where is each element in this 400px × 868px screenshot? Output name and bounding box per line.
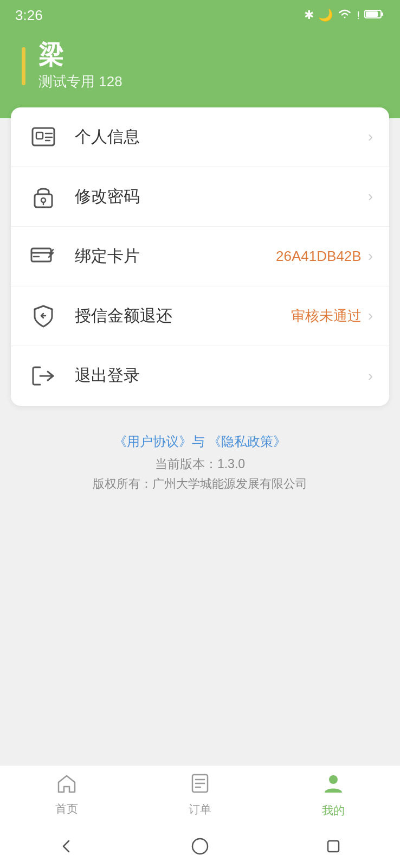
nav-orders-label: 订单 bbox=[189, 802, 211, 817]
menu-item-credit-refund[interactable]: 授信金额退还 审核未通过 › bbox=[11, 286, 389, 346]
svg-point-19 bbox=[329, 775, 338, 784]
menu-label-bind-card: 绑定卡片 bbox=[75, 245, 276, 267]
alert-icon: ! bbox=[357, 9, 360, 22]
id-card-icon bbox=[27, 120, 60, 153]
menu-label-personal-info: 个人信息 bbox=[75, 126, 366, 148]
menu-item-change-password[interactable]: 修改密码 › bbox=[11, 167, 389, 227]
nav-home-label: 首页 bbox=[55, 801, 78, 816]
nav-orders[interactable]: 订单 bbox=[133, 765, 267, 825]
menu-label-credit-refund: 授信金额退还 bbox=[75, 305, 291, 327]
battery-icon bbox=[364, 9, 385, 22]
menu-item-personal-info[interactable]: 个人信息 › bbox=[11, 107, 389, 167]
svg-rect-1 bbox=[381, 12, 383, 16]
svg-rect-2 bbox=[366, 11, 378, 17]
bottom-nav: 首页 订单 我的 bbox=[0, 765, 400, 825]
svg-rect-8 bbox=[35, 194, 52, 207]
bluetooth-icon: ✱ bbox=[304, 8, 314, 22]
arrow-icon-personal-info: › bbox=[368, 128, 373, 145]
arrow-icon-logout: › bbox=[368, 367, 373, 385]
moon-icon: 🌙 bbox=[318, 8, 333, 22]
copyright-text: 版权所有：广州大学城能源发展有限公司 bbox=[11, 476, 389, 492]
status-time: 3:26 bbox=[15, 7, 43, 24]
system-nav-bar bbox=[0, 825, 400, 868]
profile-info: 梁 测试专用 128 bbox=[38, 41, 122, 91]
profile-name: 梁 bbox=[38, 41, 122, 69]
menu-label-change-password: 修改密码 bbox=[75, 186, 366, 208]
orders-icon bbox=[191, 773, 209, 799]
mine-icon bbox=[322, 772, 345, 800]
lock-icon bbox=[27, 180, 60, 213]
menu-value-bind-card: 26A41DB42B bbox=[276, 248, 362, 265]
wifi-icon bbox=[337, 8, 352, 23]
svg-rect-4 bbox=[36, 132, 43, 139]
nav-mine-label: 我的 bbox=[322, 803, 345, 818]
menu-label-logout: 退出登录 bbox=[75, 365, 366, 387]
sys-home-button[interactable] bbox=[190, 837, 210, 856]
status-bar: 3:26 ✱ 🌙 ! bbox=[0, 0, 400, 30]
card-icon bbox=[27, 240, 60, 272]
sys-back-button[interactable] bbox=[57, 837, 76, 856]
menu-value-credit-refund: 审核未通过 bbox=[291, 307, 362, 326]
accent-bar bbox=[22, 47, 25, 85]
logout-icon bbox=[27, 360, 60, 392]
svg-rect-21 bbox=[328, 841, 339, 852]
arrow-icon-bind-card: › bbox=[368, 247, 373, 265]
footer: 《用户协议》与 《隐私政策》 当前版本：1.3.0 版权所有：广州大学城能源发展… bbox=[0, 433, 400, 492]
profile-subtitle: 测试专用 128 bbox=[38, 72, 122, 91]
profile-header: 梁 测试专用 128 bbox=[0, 30, 400, 118]
version-text: 当前版本：1.3.0 bbox=[11, 456, 389, 473]
shield-back-icon bbox=[27, 299, 60, 332]
home-icon bbox=[56, 774, 77, 798]
nav-home[interactable]: 首页 bbox=[0, 765, 133, 825]
status-icons: ✱ 🌙 ! bbox=[304, 8, 385, 23]
arrow-icon-credit-refund: › bbox=[368, 307, 373, 324]
nav-mine[interactable]: 我的 bbox=[267, 765, 400, 825]
menu-item-logout[interactable]: 退出登录 › bbox=[11, 346, 389, 406]
arrow-icon-change-password: › bbox=[368, 188, 373, 205]
svg-rect-11 bbox=[31, 248, 51, 261]
menu-card: 个人信息 › 修改密码 › 绑定卡片 26A41DB42B bbox=[11, 107, 389, 406]
svg-point-20 bbox=[192, 839, 208, 854]
menu-item-bind-card[interactable]: 绑定卡片 26A41DB42B › bbox=[11, 227, 389, 286]
policy-link[interactable]: 《用户协议》与 《隐私政策》 bbox=[11, 433, 389, 450]
sys-recent-button[interactable] bbox=[324, 837, 343, 856]
